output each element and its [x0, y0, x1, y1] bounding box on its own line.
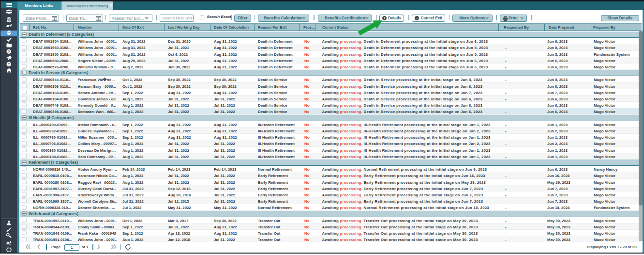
- svg-text:$: $: [8, 17, 10, 21]
- svg-text:?: ?: [8, 49, 10, 54]
- svg-text:?: ?: [8, 62, 10, 66]
